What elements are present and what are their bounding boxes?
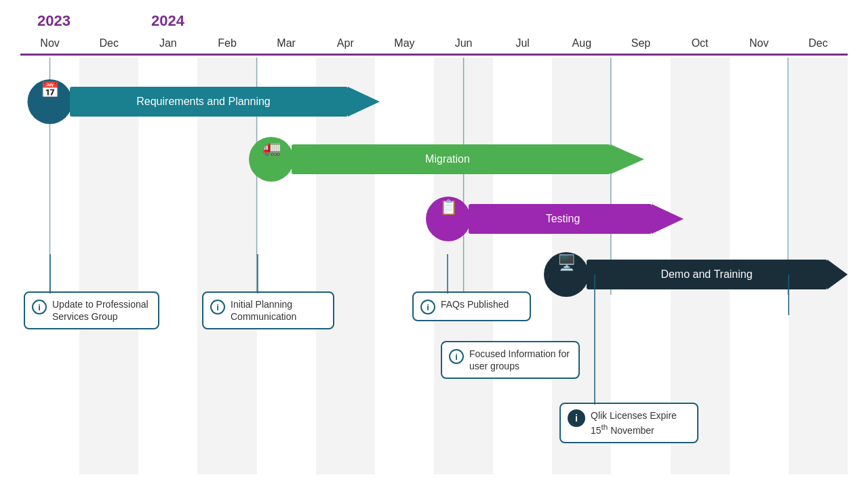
info-box-initial-planning: i Initial Planning Communication — [202, 291, 334, 329]
info-text-focused-info: Focused Information for user groups — [469, 348, 570, 372]
info-icon-initial-planning: i — [210, 300, 225, 314]
vline-update-ps — [50, 254, 51, 293]
month-feb: Feb — [197, 37, 256, 54]
svg-text:Migration: Migration — [425, 153, 470, 165]
info-box-focused-info: i Focused Information for user groups — [441, 341, 580, 379]
month-jun: Jun — [434, 37, 493, 54]
info-text-initial-planning: Initial Planning Communication — [231, 298, 325, 323]
svg-marker-23 — [827, 260, 848, 289]
vline-initial-planning — [257, 254, 258, 293]
chart-container: 2023 2024 Nov Dec Jan Feb Mar Apr May Ju… — [0, 0, 868, 488]
info-icon-focused-info: i — [449, 349, 464, 364]
info-icon-faqs: i — [420, 300, 435, 314]
info-icon-update-ps: i — [32, 300, 47, 314]
year-2023: 2023 — [37, 12, 71, 30]
gantt-svg: 📅 Requirements and Planning 🚛 Migration … — [20, 58, 848, 488]
info-text-update-ps: Update to Professional Services Group — [52, 298, 150, 323]
info-icon-qlik: i — [568, 409, 585, 427]
svg-marker-8 — [348, 87, 380, 117]
vline-nov2 — [788, 274, 789, 315]
svg-text:🖥️: 🖥️ — [557, 253, 576, 272]
svg-text:🚛: 🚛 — [262, 138, 281, 157]
year-2024: 2024 — [151, 12, 184, 30]
month-aug: Aug — [552, 37, 611, 54]
month-nov2: Nov — [730, 37, 789, 54]
svg-text:📋: 📋 — [439, 198, 458, 216]
vline-qlik — [594, 274, 595, 405]
month-dec2: Dec — [789, 37, 848, 54]
month-nov1: Nov — [20, 37, 79, 54]
svg-marker-18 — [652, 204, 684, 234]
svg-text:📅: 📅 — [41, 81, 60, 99]
info-box-update-ps: i Update to Professional Services Group — [24, 291, 159, 329]
month-header: Nov Dec Jan Feb Mar Apr May Jun Jul Aug … — [20, 37, 848, 56]
month-mar: Mar — [257, 37, 316, 54]
svg-text:Testing: Testing — [546, 213, 580, 224]
month-oct: Oct — [671, 37, 730, 54]
month-may: May — [375, 37, 434, 54]
month-apr: Apr — [316, 37, 375, 54]
info-box-qlik: i Qlik Licenses Expire 15th November — [559, 403, 698, 443]
svg-marker-13 — [610, 144, 644, 174]
month-dec1: Dec — [79, 37, 138, 54]
month-jul: Jul — [493, 37, 552, 54]
month-sep: Sep — [611, 37, 670, 54]
month-jan: Jan — [138, 37, 197, 54]
info-text-qlik: Qlik Licenses Expire 15th November — [591, 409, 689, 436]
svg-text:Demo and Training: Demo and Training — [660, 268, 752, 280]
info-text-faqs: FAQs Published — [441, 298, 509, 310]
info-box-faqs: i FAQs Published — [412, 291, 531, 321]
vline-faqs — [447, 254, 448, 293]
svg-text:Requirements and Planning: Requirements and Planning — [136, 96, 270, 107]
